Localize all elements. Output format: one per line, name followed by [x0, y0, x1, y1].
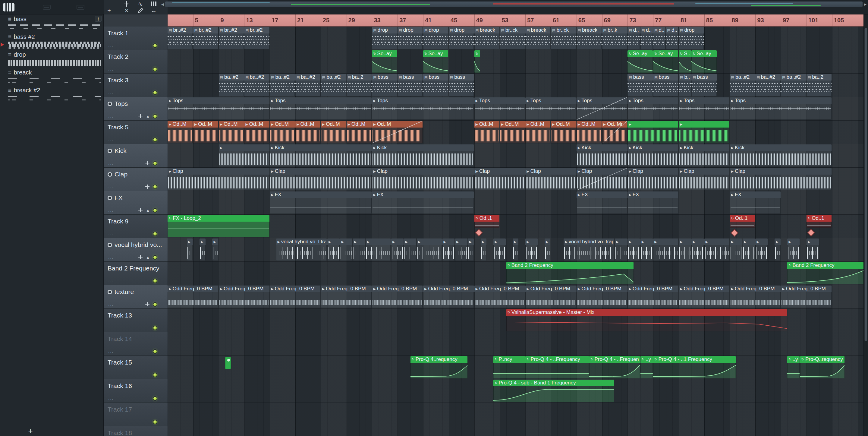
- stretch-tool-icon[interactable]: ↔: [150, 7, 158, 14]
- audio-clip[interactable]: ▶Tops: [627, 97, 678, 120]
- automation-clip[interactable]: ↻Pro-Q..requency: [800, 356, 844, 378]
- audio-clip[interactable]: ▶FX: [577, 192, 627, 214]
- track-led[interactable]: [153, 326, 157, 330]
- pattern-clip[interactable]: ▤bass: [398, 74, 423, 96]
- track-header[interactable]: Track 16...: [104, 379, 167, 403]
- picker-add-button[interactable]: +: [26, 428, 35, 435]
- pattern-clip[interactable]: ▤ba..#2: [270, 74, 295, 96]
- playlist-track-row[interactable]: [167, 403, 864, 426]
- audio-clip[interactable]: ▶Tops: [372, 97, 474, 120]
- automation-clip[interactable]: ↻Se..ay: [372, 50, 397, 73]
- audio-clip[interactable]: ▶FX: [627, 192, 678, 214]
- audio-clip[interactable]: ▶Odd Freq..0 BPM: [781, 286, 832, 308]
- audio-orange-clip[interactable]: ▶Od..M: [219, 121, 244, 143]
- audio-clip[interactable]: ▶: [615, 238, 627, 261]
- automation-clip[interactable]: ↻Se..ay: [423, 50, 448, 73]
- pattern-clip[interactable]: ▤bass: [627, 74, 652, 96]
- automation-clip[interactable]: ↻: [474, 50, 480, 73]
- audio-clip[interactable]: ▶Tops: [167, 97, 270, 120]
- audio-clip[interactable]: ▶: [641, 238, 653, 261]
- audio-clip[interactable]: ▶: [404, 238, 416, 261]
- audio-clip[interactable]: ▶Odd Freq..0 BPM: [730, 286, 781, 308]
- audio-clip[interactable]: ▶Tops: [270, 97, 372, 120]
- collapse-arrow-icon[interactable]: ▲: [146, 114, 150, 118]
- pattern-clip[interactable]: ▤d..p: [627, 27, 640, 49]
- audio-orange-clip[interactable]: ▶Od..M: [167, 121, 193, 143]
- playlist-track-row[interactable]: ▶Od..M▶Od..M▶Od..M▶Od..M▶Od..M▶Od..M▶Od.…: [167, 121, 864, 144]
- collapse-arrow-icon[interactable]: ▲: [146, 255, 150, 260]
- audio-green-clip[interactable]: ▶: [679, 121, 730, 143]
- pattern-clip[interactable]: ▤b..s: [679, 74, 691, 96]
- audio-clip[interactable]: ▶: [455, 238, 467, 261]
- audio-orange-clip[interactable]: ▶Od..M: [321, 121, 346, 143]
- track-led[interactable]: [153, 43, 157, 48]
- audio-clip[interactable]: ▶Odd Freq..0 BPM: [372, 286, 423, 308]
- audio-orange-clip[interactable]: ▶Od..M: [474, 121, 499, 143]
- track-header[interactable]: Track 3...: [104, 74, 167, 97]
- automation-point-diamond[interactable]: [475, 229, 483, 236]
- audio-clip[interactable]: ▶Odd Freq..0 BPM: [577, 286, 627, 308]
- red-clip[interactable]: ↻Od..1: [730, 215, 755, 228]
- audio-clip[interactable]: ▶Kick: [270, 144, 372, 167]
- track-led[interactable]: [153, 232, 157, 236]
- audio-clip[interactable]: ▶: [366, 238, 391, 261]
- grid-view-icon[interactable]: [150, 1, 158, 7]
- green-clip-clip[interactable]: ↻FX - Loop_2: [167, 215, 270, 237]
- audio-clip[interactable]: ▶Kick: [372, 144, 474, 167]
- playlist-track-row[interactable]: ▶▶Kick▶Kick▶Kick▶Kick▶Kick▶Kick: [167, 144, 864, 168]
- audio-orange-clip[interactable]: ▶Od..M: [577, 121, 601, 143]
- track-led[interactable]: [153, 90, 157, 95]
- audio-clip[interactable]: ▶: [391, 238, 404, 261]
- track-led[interactable]: [153, 396, 157, 401]
- audio-clip[interactable]: ▶: [807, 238, 819, 261]
- pattern-clip[interactable]: ▤ba..#2: [321, 74, 346, 96]
- pattern-clip[interactable]: ▤d..p: [653, 27, 665, 49]
- audio-clip[interactable]: ▶Odd Freq..0 BPM: [525, 286, 576, 308]
- track-header[interactable]: Band 2 Frequency...: [104, 262, 167, 285]
- track-header[interactable]: FX...▲: [104, 191, 167, 215]
- audio-clip[interactable]: ▶Odd Freq..0 BPM: [270, 286, 320, 308]
- playlist-track-row[interactable]: ↻Pro-Q 4..requency↻P..ncy↻Pro-Q 4 - ..Fr…: [167, 356, 864, 379]
- track-controls-icon[interactable]: [145, 161, 150, 166]
- audio-clip[interactable]: ▶: [513, 238, 519, 261]
- playlist-window-icon[interactable]: [3, 3, 14, 11]
- audio-clip[interactable]: ▶: [679, 238, 691, 261]
- pattern-clip[interactable]: ▤drop: [679, 27, 704, 49]
- automation-clip[interactable]: ↻Pro-Q 4 - ..Frequency: [589, 356, 640, 378]
- audio-clip[interactable]: ▶Clap: [525, 168, 576, 190]
- green-small-clip[interactable]: [225, 357, 231, 369]
- audio-clip[interactable]: ▶: [775, 238, 781, 261]
- automation-clip[interactable]: ↻Se..ay: [653, 50, 678, 73]
- automation-clip[interactable]: ↻Se..ay: [691, 50, 716, 73]
- pattern-clip[interactable]: ▤ba..#2: [244, 74, 269, 96]
- audio-clip[interactable]: ▶: [755, 238, 768, 261]
- pattern-clip[interactable]: ▤br..ck: [500, 27, 525, 49]
- picker-item[interactable]: ≣bass: [0, 14, 103, 32]
- track-led[interactable]: [153, 349, 157, 354]
- pattern-clip[interactable]: ▤br..k: [602, 27, 627, 49]
- audio-clip[interactable]: ▶FX: [730, 192, 781, 214]
- audio-orange-clip[interactable]: ▶Od..M: [193, 121, 218, 143]
- automation-clip[interactable]: ↻Band 2 Frequency: [506, 262, 634, 284]
- scroll-right-arrow[interactable]: ▶: [863, 1, 867, 7]
- automation-point-diamond[interactable]: [731, 229, 738, 236]
- pattern-clip[interactable]: ▤br..ck: [551, 27, 576, 49]
- playlist-track-row[interactable]: ▤br..#2▤br..#2▤br..#2▤br..#2▤drop▤drop▤d…: [167, 27, 864, 50]
- audio-clip[interactable]: ▶Odd Freq..0 BPM: [679, 286, 730, 308]
- track-header[interactable]: Track 14...: [104, 332, 167, 356]
- audio-clip[interactable]: ▶: [327, 238, 340, 261]
- pattern-clip[interactable]: ▤drop: [423, 27, 448, 49]
- automation-clip[interactable]: ↻S..y: [679, 50, 691, 73]
- audio-clip[interactable]: ▶Odd Freq..0 BPM: [423, 286, 474, 308]
- track-header[interactable]: Clap...: [104, 168, 167, 191]
- audio-clip[interactable]: ▶: [353, 238, 365, 261]
- track-led[interactable]: [153, 373, 157, 377]
- audio-clip[interactable]: ▶vocal hybrid vo..trap Gm 150bpm: [564, 238, 614, 261]
- playlist-track-row[interactable]: ▤ba..#2▤ba..#2▤ba..#2▤ba..#2▤ba..#2▤ba..…: [167, 74, 864, 97]
- picker-sort-icon[interactable]: [76, 5, 84, 10]
- audio-clip[interactable]: ▶: [743, 238, 755, 261]
- playlist-track-row[interactable]: ↻Band 2 Frequency↻Band 2 Frequency: [167, 262, 864, 285]
- track-led[interactable]: [153, 420, 157, 424]
- track-header[interactable]: Kick...: [104, 144, 167, 168]
- audio-orange-clip[interactable]: ▶Od..M: [270, 121, 295, 143]
